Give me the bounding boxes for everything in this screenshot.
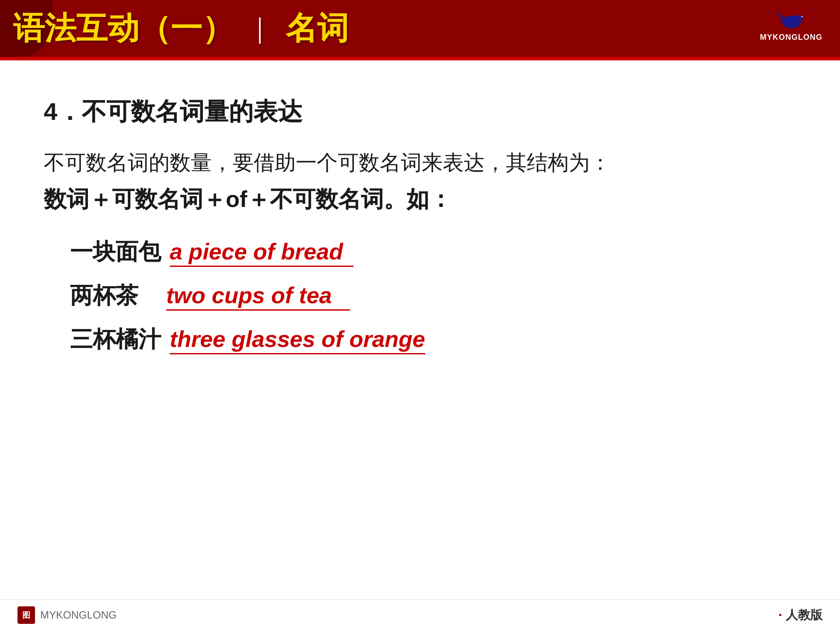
footer-right: · 人教版 — [778, 607, 822, 623]
header-logo-text: MYKONGLONG — [760, 33, 822, 42]
footer-logo-text: MYKONGLONG — [40, 609, 117, 621]
footer-left: 图 MYKONGLONG — [18, 606, 117, 624]
section-number: 4． — [44, 98, 82, 125]
header-title-part2: 名词 — [286, 7, 349, 49]
main-content: 4．不可数名词量的表达 不可数名词的数量，要借助一个可数名词来表达，其结构为： … — [0, 60, 840, 403]
example-item: 两杯茶 two cups of tea — [70, 280, 796, 311]
example-item: 三杯橘汁 three glasses of orange — [70, 324, 796, 355]
footer: 图 MYKONGLONG · 人教版 — [0, 599, 840, 630]
example-1-english: a piece of bread — [170, 238, 354, 267]
section-desc-line2: 数词＋可数名词＋of＋不可数名词。如： — [44, 184, 796, 215]
example-item: 一块面包 a piece of bread — [70, 237, 796, 267]
section-desc-line1: 不可数名词的数量，要借助一个可数名词来表达，其结构为： — [44, 146, 796, 180]
footer-icon-text: 图 — [22, 610, 30, 620]
header-title-part1: 语法互动（一） — [13, 7, 234, 49]
footer-publisher: 人教版 — [786, 607, 822, 623]
example-3-english: three glasses of orange — [170, 326, 425, 354]
example-2-chinese: 两杯茶 — [70, 280, 158, 311]
examples-container: 一块面包 a piece of bread 两杯茶 two cups of te… — [44, 237, 796, 355]
section-title-text: 不可数名词量的表达 — [82, 98, 302, 125]
header: 语法互动（一） ｜ 名词 MYKONGLONG — [0, 0, 840, 57]
header-logo: MYKONGLONG — [760, 7, 822, 42]
footer-dot: · — [778, 607, 782, 623]
header-divider: ｜ — [247, 11, 273, 46]
example-3-chinese: 三杯橘汁 — [70, 324, 161, 355]
example-1-chinese: 一块面包 — [70, 237, 161, 267]
header-title: 语法互动（一） ｜ 名词 — [13, 7, 349, 49]
header-underline — [0, 57, 840, 60]
section-title: 4．不可数名词量的表达 — [44, 95, 796, 129]
example-2-english: two cups of tea — [166, 282, 350, 311]
logo-bird-icon — [774, 7, 809, 33]
formula-text: 数词＋可数名词＋of＋不可数名词。如： — [44, 186, 452, 212]
footer-logo-icon: 图 — [18, 606, 35, 624]
svg-point-3 — [801, 16, 802, 18]
